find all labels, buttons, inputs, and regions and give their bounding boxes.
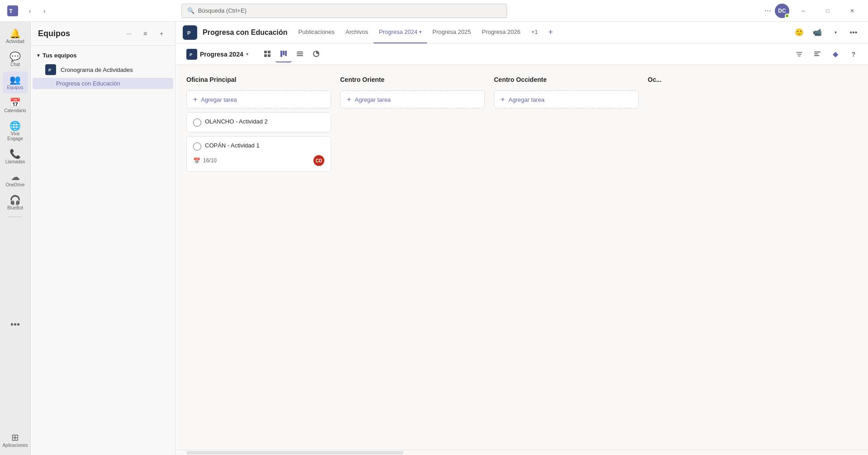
svg-rect-24: [814, 55, 819, 56]
board-inner: Oficina Principal + Agregar tarea OLANCH…: [186, 74, 857, 441]
sidebar-item-equipos[interactable]: 👥 Equipos: [3, 71, 28, 94]
main-content: P Progresa con Educación Publicaciones A…: [175, 22, 868, 455]
task-radio-copan[interactable]: [193, 142, 201, 151]
svg-rect-12: [280, 51, 282, 57]
title-more-button[interactable]: ···: [764, 6, 771, 15]
sidebar-item-calendario[interactable]: 📅 Calendario: [3, 95, 28, 117]
sidebar-item-onedrive[interactable]: ☁ OneDrive: [3, 169, 28, 191]
task-card-olancho[interactable]: OLANCHO - Actividad 2: [186, 112, 331, 133]
video-button[interactable]: 📹: [810, 25, 825, 40]
teams-add-button[interactable]: +: [155, 27, 168, 40]
tab-archivos[interactable]: Archivos: [340, 22, 374, 43]
sidebar: 🔔 Actividad 💬 Chat 👥 Equipos 📅 Calendari…: [0, 22, 31, 455]
calendar-icon: 📅: [193, 157, 200, 164]
svg-rect-8: [264, 51, 267, 53]
aplicaciones-icon: ⊞: [11, 433, 19, 442]
sidebar-item-llamadas[interactable]: 📞 Llamadas: [3, 146, 28, 168]
search-bar[interactable]: 🔍 Búsqueda (Ctrl+E): [181, 4, 507, 18]
forward-button[interactable]: ›: [38, 5, 51, 17]
group-button[interactable]: [810, 47, 825, 62]
column-title-occidente: Centro Occidente: [494, 74, 639, 87]
planner-mini-logo: P: [186, 49, 197, 60]
planner-toolbar: P Progresa 2024 ▾: [175, 43, 868, 65]
channel-item-progresa[interactable]: Progresa con Educación: [33, 78, 173, 89]
grid-view-button[interactable]: [259, 46, 275, 62]
svg-rect-19: [796, 52, 802, 53]
task-card-header-copan: COPÁN - Actividad 1: [193, 142, 324, 151]
add-tab-button[interactable]: +: [543, 25, 558, 40]
sidebar-more-button[interactable]: •••: [3, 316, 28, 332]
sidebar-item-viva[interactable]: 🌐 Viva Engage: [3, 118, 28, 145]
section-header[interactable]: ▼ Tus equipos: [31, 49, 175, 62]
onedrive-icon: ☁: [11, 172, 20, 181]
add-task-oriente[interactable]: + Agregar tarea: [340, 90, 485, 109]
close-button[interactable]: ✕: [842, 4, 863, 18]
svg-rect-14: [285, 51, 287, 56]
emoji-button[interactable]: 🙂: [792, 25, 806, 40]
task-card-header: OLANCHO - Actividad 2: [193, 118, 324, 127]
column-oficina-principal: Oficina Principal + Agregar tarea OLANCH…: [186, 74, 331, 441]
add-task-oficina[interactable]: + Agregar tarea: [186, 90, 331, 109]
help-button[interactable]: ?: [846, 47, 861, 62]
plus-icon-oriente: +: [347, 95, 351, 104]
board-view-button[interactable]: [275, 46, 292, 62]
channel-header: P Progresa con Educación Publicaciones A…: [175, 22, 868, 43]
svg-text:T: T: [9, 8, 13, 14]
tab-more[interactable]: +1: [526, 22, 544, 43]
chart-view-button[interactable]: [308, 46, 324, 62]
svg-rect-16: [297, 53, 303, 54]
plus-icon-occidente: +: [501, 95, 505, 104]
channel-header-right: 🙂 📹 ▾ •••: [792, 25, 861, 40]
more-icon: •••: [10, 320, 20, 329]
column-oc: Oc...: [648, 74, 702, 441]
task-radio-olancho[interactable]: [193, 118, 201, 127]
tab-progresa2026[interactable]: Progresa 2026: [476, 22, 526, 43]
task-meta: 📅 16/10: [193, 157, 217, 164]
team-item-cronograma[interactable]: P Cronograma de Actividades: [33, 62, 173, 78]
team-icon: P: [45, 64, 56, 75]
actividad-icon: 🔔: [9, 29, 21, 38]
calendario-icon: 📅: [9, 98, 21, 107]
sidebar-item-chat[interactable]: 💬 Chat: [3, 48, 28, 71]
user-avatar[interactable]: DC: [775, 4, 789, 18]
svg-rect-15: [297, 52, 303, 52]
teams-filter-button[interactable]: ≡: [139, 27, 152, 40]
svg-rect-21: [798, 56, 801, 57]
schedule-view-button[interactable]: [292, 46, 308, 62]
horizontal-scrollbar[interactable]: [186, 451, 403, 455]
channel-more-button[interactable]: •••: [846, 25, 861, 40]
task-date: 16/10: [203, 157, 217, 164]
tab-progresa2025[interactable]: Progresa 2025: [427, 22, 476, 43]
planner-toolbar-right: ◆ ?: [792, 47, 861, 62]
left-panel-icons: ··· ≡ +: [123, 27, 168, 40]
app-layout: 🔔 Actividad 💬 Chat 👥 Equipos 📅 Calendari…: [0, 22, 868, 455]
tab-progresa2024[interactable]: Progresa 2024 ▾: [374, 22, 427, 43]
channel-name: Progresa con Educación: [56, 80, 120, 87]
viva-icon: 🌐: [9, 121, 21, 130]
channel-team-logo: P: [183, 25, 197, 40]
gem-icon-button[interactable]: ◆: [828, 47, 843, 62]
search-icon: 🔍: [187, 7, 194, 14]
sidebar-item-actividad[interactable]: 🔔 Actividad: [3, 25, 28, 47]
sidebar-item-bluebot[interactable]: 🎧 BlueBot: [3, 192, 28, 214]
teams-more-button[interactable]: ···: [123, 27, 135, 40]
channel-team-name: Progresa con Educación: [203, 28, 288, 37]
minimize-button[interactable]: ─: [793, 4, 814, 18]
maximize-button[interactable]: □: [817, 4, 838, 18]
svg-rect-20: [797, 54, 802, 55]
svg-rect-22: [814, 52, 821, 52]
sidebar-item-aplicaciones[interactable]: ⊞ Aplicaciones: [3, 429, 28, 451]
task-title-copan: COPÁN - Actividad 1: [205, 142, 324, 149]
title-bar-right: ··· DC ─ □ ✕: [764, 4, 863, 18]
planner-name-button[interactable]: P Progresa 2024 ▾: [183, 47, 252, 62]
tab-publicaciones[interactable]: Publicaciones: [293, 22, 340, 43]
video-chevron[interactable]: ▾: [828, 25, 843, 40]
task-card-copan[interactable]: COPÁN - Actividad 1 📅 16/10 CD: [186, 136, 331, 172]
add-task-occidente[interactable]: + Agregar tarea: [494, 90, 639, 109]
llamadas-icon: 📞: [9, 149, 21, 158]
nav-buttons: T ‹ ›: [5, 4, 51, 18]
back-button[interactable]: ‹: [24, 5, 36, 17]
tab-chevron: ▾: [419, 29, 422, 34]
filter-button[interactable]: [792, 47, 806, 62]
svg-rect-9: [268, 51, 270, 53]
